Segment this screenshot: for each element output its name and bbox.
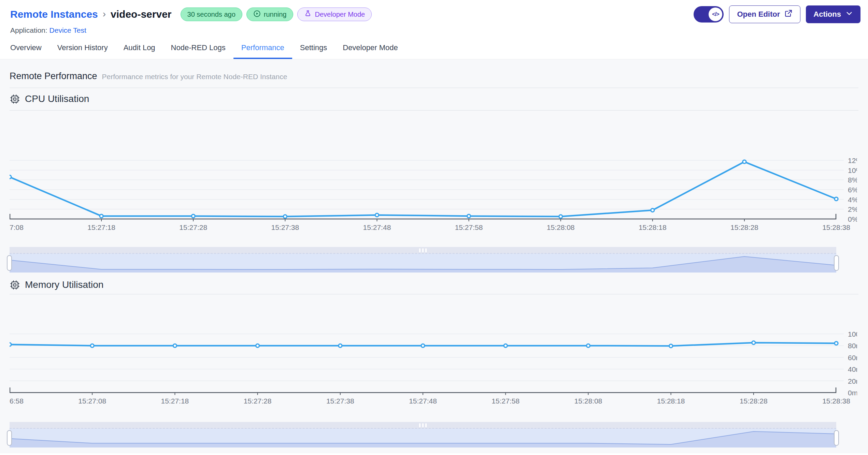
play-circle-icon	[253, 10, 261, 19]
cpu-brush-area-chart	[10, 254, 836, 273]
memory-brush-right-handle[interactable]	[834, 430, 839, 446]
svg-text:15:28:18: 15:28:18	[639, 223, 667, 231]
application-link[interactable]: Device Test	[49, 26, 86, 34]
tab-node-red-logs[interactable]: Node-RED Logs	[163, 43, 233, 59]
external-link-icon	[784, 9, 793, 19]
cpu-brush-selection[interactable]	[10, 254, 836, 273]
chevron-down-icon	[845, 10, 853, 19]
breadcrumb-parent-link[interactable]: Remote Instances	[10, 9, 98, 20]
tab-developer-mode[interactable]: Developer Mode	[335, 43, 405, 59]
divider	[10, 110, 858, 111]
cpu-brush-right-handle[interactable]	[834, 255, 839, 271]
page-header: Remote Instances › video-server 30 secon…	[0, 0, 868, 34]
drag-grip-icon[interactable]	[419, 423, 427, 427]
memory-line-chart: 0mb20mb40mb60mb80mb100mb6:5815:27:0815:2…	[10, 315, 857, 404]
cpu-utilisation-section: CPU Utilisation 0%2%4%6%8%10%12%7:0815:2…	[10, 93, 858, 273]
svg-text:15:27:08: 15:27:08	[78, 397, 106, 404]
memory-brush-area-chart	[10, 429, 836, 447]
svg-text:10%: 10%	[848, 166, 857, 174]
cpu-brush-left-handle[interactable]	[7, 255, 12, 271]
svg-text:4%: 4%	[848, 196, 857, 204]
svg-text:15:27:48: 15:27:48	[409, 397, 437, 404]
divider	[10, 88, 858, 88]
tab-version-history[interactable]: Version History	[49, 43, 116, 59]
breadcrumb-current: video-server	[111, 9, 171, 20]
code-icon: </>	[709, 8, 722, 21]
svg-text:15:28:38: 15:28:38	[822, 223, 850, 231]
cpu-line-chart: 0%2%4%6%8%10%12%7:0815:27:1815:27:2815:2…	[10, 141, 857, 231]
cpu-range-selector[interactable]	[10, 247, 836, 273]
svg-text:15:27:38: 15:27:38	[326, 397, 354, 404]
svg-text:20mb: 20mb	[848, 377, 857, 385]
memory-utilisation-section: Memory Utilisation 0mb20mb40mb60mb80mb10…	[10, 279, 858, 447]
svg-text:6:58: 6:58	[10, 397, 24, 404]
svg-text:6%: 6%	[848, 186, 857, 194]
drag-grip-icon[interactable]	[419, 248, 427, 252]
page-subtitle: Performance metrics for your Remote Node…	[102, 73, 287, 81]
svg-text:15:28:28: 15:28:28	[740, 397, 768, 404]
svg-text:0%: 0%	[848, 215, 857, 223]
actions-label: Actions	[813, 10, 841, 19]
memory-brush-track[interactable]	[10, 422, 836, 429]
svg-text:8%: 8%	[848, 176, 857, 184]
svg-text:15:28:08: 15:28:08	[547, 223, 575, 231]
svg-text:15:27:28: 15:27:28	[244, 397, 272, 404]
cpu-chip-icon	[10, 94, 20, 104]
svg-text:15:28:18: 15:28:18	[657, 397, 685, 404]
open-editor-label: Open Editor	[737, 10, 780, 19]
svg-text:15:27:18: 15:27:18	[87, 223, 115, 231]
svg-text:15:27:28: 15:27:28	[179, 223, 207, 231]
svg-text:15:28:28: 15:28:28	[730, 223, 758, 231]
memory-chip-icon	[10, 280, 20, 290]
cpu-section-title: CPU Utilisation	[25, 93, 89, 104]
breadcrumb: Remote Instances › video-server	[10, 9, 172, 20]
tab-overview[interactable]: Overview	[10, 43, 49, 59]
last-seen-text: 30 seconds ago	[187, 11, 236, 18]
running-status-badge: running	[246, 8, 294, 21]
running-status-text: running	[264, 11, 287, 18]
svg-text:15:28:38: 15:28:38	[822, 397, 850, 404]
developer-mode-badge: Developer Mode	[297, 8, 372, 21]
svg-text:7:08: 7:08	[10, 223, 24, 231]
application-label: Application:	[10, 26, 47, 34]
svg-text:12%: 12%	[848, 157, 857, 164]
editor-availability-toggle[interactable]: </>	[694, 6, 724, 23]
svg-text:15:27:58: 15:27:58	[455, 223, 483, 231]
memory-section-title: Memory Utilisation	[25, 279, 103, 290]
open-editor-button[interactable]: Open Editor	[729, 5, 800, 23]
svg-text:40mb: 40mb	[848, 365, 857, 373]
svg-text:15:28:08: 15:28:08	[574, 397, 602, 404]
memory-brush-selection[interactable]	[10, 429, 836, 447]
svg-text:2%: 2%	[848, 205, 857, 213]
status-badges: 30 seconds ago running	[181, 8, 372, 21]
developer-mode-text: Developer Mode	[315, 11, 365, 18]
svg-text:60mb: 60mb	[848, 354, 857, 362]
tab-settings[interactable]: Settings	[292, 43, 335, 59]
performance-panel: Remote Performance Performance metrics f…	[0, 59, 868, 453]
cpu-brush-track[interactable]	[10, 247, 836, 254]
memory-brush-left-handle[interactable]	[7, 430, 12, 446]
memory-section-header: Memory Utilisation	[10, 279, 858, 290]
tab-bar: Overview Version History Audit Log Node-…	[0, 43, 868, 59]
svg-text:100mb: 100mb	[848, 330, 857, 338]
page-title: Remote Performance	[10, 71, 97, 82]
svg-text:15:27:58: 15:27:58	[492, 397, 520, 404]
actions-button[interactable]: Actions	[806, 5, 860, 23]
svg-text:15:27:48: 15:27:48	[363, 223, 391, 231]
breadcrumb-separator: ›	[103, 9, 106, 19]
application-row: Application:Device Test	[10, 26, 860, 34]
memory-range-selector[interactable]	[10, 422, 836, 447]
last-seen-badge: 30 seconds ago	[181, 8, 242, 21]
svg-text:80mb: 80mb	[848, 342, 857, 350]
flask-icon	[304, 10, 312, 19]
page-head: Remote Performance Performance metrics f…	[10, 59, 858, 82]
svg-text:0mb: 0mb	[848, 389, 857, 397]
tab-performance[interactable]: Performance	[233, 43, 292, 59]
svg-text:15:27:38: 15:27:38	[271, 223, 299, 231]
tab-audit-log[interactable]: Audit Log	[116, 43, 163, 59]
divider	[10, 294, 858, 294]
cpu-section-header: CPU Utilisation	[10, 93, 858, 104]
svg-text:15:27:18: 15:27:18	[161, 397, 189, 404]
